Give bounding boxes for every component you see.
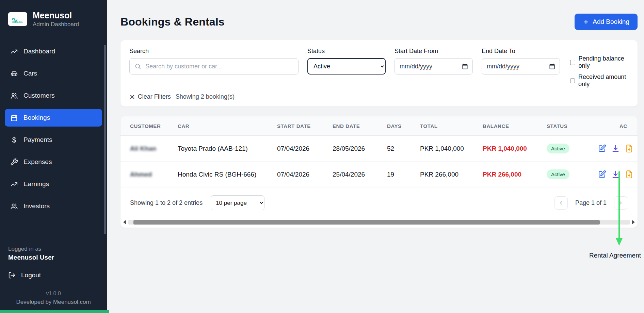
download-icon <box>611 144 620 153</box>
sidebar-item-investors[interactable]: Investors <box>5 197 102 215</box>
car-name: Toyota Prado (AAB-121) <box>168 145 268 152</box>
download-invoice-button[interactable] <box>611 144 620 153</box>
edit-icon <box>598 144 606 153</box>
table-footer: Showing 1 to 2 of 2 entries 10 per page … <box>120 187 638 218</box>
logout-button[interactable]: Logout <box>8 271 99 279</box>
prev-page-button[interactable] <box>554 196 568 210</box>
days: 52 <box>377 145 410 152</box>
pending-balance-label: Pending balance only <box>579 55 629 69</box>
start-date: 07/04/2026 <box>268 145 323 152</box>
main-header: Bookings & Rentals Add Booking <box>120 14 638 30</box>
col-balance: BALANCE <box>473 123 537 129</box>
sidebar-item-label: Investors <box>23 202 50 210</box>
edit-icon <box>598 170 606 179</box>
download-icon <box>611 170 620 179</box>
end-date-input[interactable] <box>482 58 560 75</box>
clear-filters-label: Clear Filters <box>138 93 171 100</box>
search-label: Search <box>129 48 299 55</box>
file-download-icon <box>625 144 633 153</box>
pending-balance-checkbox-input[interactable] <box>570 60 575 65</box>
svg-text:MEENUSOL: MEENUSOL <box>12 21 23 23</box>
per-page-select[interactable]: 10 per page <box>211 195 264 210</box>
scroll-right-arrow[interactable] <box>632 220 635 225</box>
bookings-table-card: CUSTOMER CAR START DATE END DATE DAYS TO… <box>120 116 638 228</box>
end-date: 25/04/2026 <box>323 171 377 178</box>
search-input[interactable] <box>129 58 299 75</box>
sidebar-item-dashboard[interactable]: Dashboard <box>5 43 102 60</box>
sidebar-nav: Dashboard Cars Customers Bookings Paymen… <box>0 37 107 219</box>
sidebar-item-customers[interactable]: Customers <box>5 87 102 104</box>
filters-card: Search Status Active Start Date From <box>120 40 638 106</box>
sidebar-item-label: Payments <box>23 136 52 144</box>
scrollbar-thumb[interactable] <box>133 220 600 225</box>
sidebar-item-payments[interactable]: Payments <box>5 131 102 149</box>
horizontal-scrollbar[interactable] <box>123 219 635 225</box>
entries-text: Showing 1 to 2 of 2 entries <box>130 199 203 207</box>
received-amount-checkbox[interactable]: Received amount only <box>570 73 629 88</box>
rental-agreement-button[interactable] <box>625 144 633 153</box>
dollar-icon <box>10 136 18 144</box>
col-days: DAYS <box>377 123 410 129</box>
rental-agreement-button[interactable] <box>625 170 633 179</box>
received-amount-label: Received amount only <box>578 73 629 88</box>
sidebar-item-label: Expenses <box>23 158 52 166</box>
start-date: 07/04/2026 <box>268 171 323 178</box>
sidebar-footer: Logged in as Meenusol User Logout v1.0.0… <box>0 238 107 313</box>
customer-name: Ali Khan <box>130 145 156 152</box>
scroll-left-arrow[interactable] <box>123 220 126 225</box>
days: 19 <box>377 171 410 178</box>
clear-filters-button[interactable]: ✕ Clear Filters <box>129 93 171 100</box>
customer-name: Ahmed <box>130 171 152 178</box>
sidebar: MEENUSOL Meenusol Admin Dashboard Dashbo… <box>0 0 107 313</box>
sidebar-item-label: Dashboard <box>23 48 55 55</box>
status-select[interactable]: Active <box>307 58 386 75</box>
total-amount: PKR 1,040,000 <box>410 145 473 152</box>
status-badge: Active <box>547 144 569 153</box>
scrollbar-track[interactable] <box>128 220 630 225</box>
logged-in-label: Logged in as <box>8 246 99 252</box>
file-download-icon <box>625 170 633 179</box>
col-end-date: END DATE <box>323 123 377 129</box>
sidebar-item-label: Customers <box>23 92 55 99</box>
total-amount: PKR 266,000 <box>410 171 473 178</box>
status-label: Status <box>307 48 386 55</box>
edit-booking-button[interactable] <box>598 144 606 153</box>
add-booking-label: Add Booking <box>593 18 629 26</box>
table-row: Ahmed Honda Civic RS (BGH-666) 07/04/202… <box>120 162 638 187</box>
logout-label: Logout <box>21 271 41 279</box>
developed-by: Developed by Meenusol.com <box>8 299 99 306</box>
chevron-left-icon <box>558 200 564 206</box>
received-amount-checkbox-input[interactable] <box>570 78 575 84</box>
balance-amount: PKR 266,000 <box>473 171 537 178</box>
balance-amount: PKR 1,040,000 <box>473 145 537 152</box>
start-date-input[interactable] <box>395 58 473 75</box>
page-info: Page 1 of 1 <box>575 199 607 207</box>
end-date: 28/05/2026 <box>323 145 377 152</box>
add-booking-button[interactable]: Add Booking <box>575 14 638 30</box>
sidebar-item-cars[interactable]: Cars <box>5 65 102 82</box>
sidebar-item-label: Earnings <box>23 180 49 188</box>
edit-booking-button[interactable] <box>598 170 606 179</box>
brand: MEENUSOL Meenusol Admin Dashboard <box>0 0 107 37</box>
next-page-button[interactable] <box>614 196 627 210</box>
table-row: Ali Khan Toyota Prado (AAB-121) 07/04/20… <box>120 136 638 162</box>
main-content: Bookings & Rentals Add Booking Search St… <box>107 0 644 313</box>
trending-up-icon <box>10 48 18 55</box>
sidebar-item-label: Cars <box>23 70 37 77</box>
pending-balance-checkbox[interactable]: Pending balance only <box>570 55 629 69</box>
table-header-row: CUSTOMER CAR START DATE END DATE DAYS TO… <box>120 116 638 136</box>
col-car: CAR <box>168 123 268 129</box>
sidebar-item-earnings[interactable]: Earnings <box>5 175 102 193</box>
wrench-icon <box>10 158 18 166</box>
col-customer: CUSTOMER <box>120 123 168 129</box>
download-invoice-button[interactable] <box>611 170 620 179</box>
sidebar-scrollbar[interactable] <box>104 45 106 234</box>
user-name: Meenusol User <box>8 254 99 261</box>
sidebar-item-bookings[interactable]: Bookings <box>5 109 102 127</box>
app-root: MEENUSOL Meenusol Admin Dashboard Dashbo… <box>0 0 644 313</box>
clear-icon: ✕ <box>129 94 135 100</box>
brand-subtitle: Admin Dashboard <box>33 21 79 28</box>
col-start-date: START DATE <box>268 123 323 129</box>
showing-bookings-count: Showing 2 booking(s) <box>176 93 235 100</box>
sidebar-item-expenses[interactable]: Expenses <box>5 153 102 171</box>
